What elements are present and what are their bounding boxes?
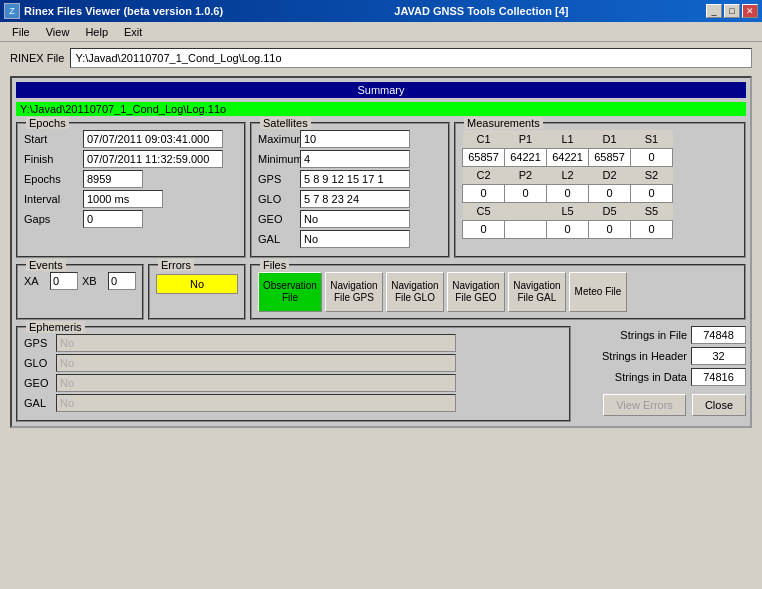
meas-v1-c1: 65857 (463, 148, 505, 166)
rinex-file-row: RINEX File (10, 48, 752, 68)
meas-values-row-3: 0 0 0 0 (463, 220, 673, 238)
meas-v1-d1: 65857 (589, 148, 631, 166)
errors-group: Errors No (148, 264, 246, 320)
sat-geo-label: GEO (258, 213, 296, 225)
errors-value: No (156, 274, 238, 294)
meas-h1-l1: L1 (547, 130, 589, 148)
events-xa-label: XA (24, 275, 46, 287)
meas-v3-s5: 0 (631, 220, 673, 238)
epoch-gaps-value: 0 (83, 210, 143, 228)
epoch-gaps-label: Gaps (24, 213, 79, 225)
summary-path: Y:\Javad\20110707_1_Cond_Log\Log.11o (16, 102, 746, 116)
epochs-group-label: Epochs (26, 117, 69, 129)
epoch-count-label: Epochs (24, 173, 79, 185)
strings-in-data-row: Strings in Data 74816 (577, 368, 746, 386)
sat-glo-row: GLO 5 7 8 23 24 (258, 190, 442, 208)
meas-h3-l5: L5 (547, 202, 589, 220)
meas-h3-empty (505, 202, 547, 220)
meas-header-row-2: C2 P2 L2 D2 S2 (463, 166, 673, 184)
measurements-table: C1 P1 L1 D1 S1 65857 64221 64221 65857 0 (462, 130, 673, 239)
summary-container: Summary Y:\Javad\20110707_1_Cond_Log\Log… (10, 76, 752, 428)
menu-file[interactable]: File (4, 24, 38, 40)
rinex-file-input[interactable] (70, 48, 752, 68)
epoch-start-label: Start (24, 133, 79, 145)
menu-view[interactable]: View (38, 24, 78, 40)
epochs-group: Epochs Start 07/07/2011 09:03:41.000 Fin… (16, 122, 246, 258)
meas-v1-s1: 0 (631, 148, 673, 166)
epoch-interval-value: 1000 ms (83, 190, 163, 208)
events-xb-value: 0 (108, 272, 136, 290)
menu-exit[interactable]: Exit (116, 24, 150, 40)
meas-header-row-3: C5 L5 D5 S5 (463, 202, 673, 220)
meas-v3-d5: 0 (589, 220, 631, 238)
meas-v2-d2: 0 (589, 184, 631, 202)
view-errors-button[interactable]: View Errors (603, 394, 686, 416)
ephem-gps-value: No (56, 334, 456, 352)
sat-min-row: Minimum 4 (258, 150, 442, 168)
meas-h1-d1: D1 (589, 130, 631, 148)
epoch-start-row: Start 07/07/2011 09:03:41.000 (24, 130, 238, 148)
ephem-gal-value: No (56, 394, 456, 412)
meas-v2-s2: 0 (631, 184, 673, 202)
epoch-interval-label: Interval (24, 193, 79, 205)
sat-gal-label: GAL (258, 233, 296, 245)
sat-gps-value: 5 8 9 12 15 17 1 (300, 170, 410, 188)
meas-h2-p2: P2 (505, 166, 547, 184)
files-group: Files Observation File Navigation File G… (250, 264, 746, 320)
sat-gal-row: GAL No (258, 230, 442, 248)
file-btn-nav-geo[interactable]: Navigation File GEO (447, 272, 505, 312)
meas-v1-l1: 64221 (547, 148, 589, 166)
app-title: Rinex Files Viewer (beta version 1.0.6) … (24, 5, 568, 17)
meas-v2-c2: 0 (463, 184, 505, 202)
ephem-gal-label: GAL (24, 397, 52, 409)
sat-gps-row: GPS 5 8 9 12 15 17 1 (258, 170, 442, 188)
close-button[interactable]: Close (692, 394, 746, 416)
file-btn-observation[interactable]: Observation File (258, 272, 322, 312)
meas-h1-p1: P1 (505, 130, 547, 148)
meas-h3-d5: D5 (589, 202, 631, 220)
strings-in-file-row: Strings in File 74848 (577, 326, 746, 344)
epoch-interval-row: Interval 1000 ms (24, 190, 238, 208)
bottom-buttons: View Errors Close (577, 394, 746, 416)
summary-grid: Epochs Start 07/07/2011 09:03:41.000 Fin… (16, 122, 746, 258)
app-icon: Z (4, 3, 20, 19)
epoch-count-value: 8959 (83, 170, 143, 188)
meas-values-row-1: 65857 64221 64221 65857 0 (463, 148, 673, 166)
ephemeris-group: Ephemeris GPS No GLO No GEO No GAL No (16, 326, 571, 422)
sat-min-label: Minimum (258, 153, 296, 165)
epoch-gaps-row: Gaps 0 (24, 210, 238, 228)
file-btn-nav-gal[interactable]: Navigation File GAL (508, 272, 566, 312)
epoch-finish-row: Finish 07/07/2011 11:32:59.000 (24, 150, 238, 168)
meas-v3-empty (505, 220, 547, 238)
ephem-glo-value: No (56, 354, 456, 372)
strings-in-file-label: Strings in File (577, 329, 687, 341)
title-bar-left: Z Rinex Files Viewer (beta version 1.0.6… (4, 3, 568, 19)
meas-v3-c5: 0 (463, 220, 505, 238)
events-row: XA 0 XB 0 (24, 272, 136, 290)
main-content: RINEX File Summary Y:\Javad\20110707_1_C… (0, 42, 762, 434)
file-btn-meteo[interactable]: Meteo File (569, 272, 627, 312)
ephem-geo-label: GEO (24, 377, 52, 389)
sat-gps-label: GPS (258, 173, 296, 185)
menu-help[interactable]: Help (77, 24, 116, 40)
epoch-count-row: Epochs 8959 (24, 170, 238, 188)
strings-panel: Strings in File 74848 Strings in Header … (577, 326, 746, 386)
file-btn-nav-gps[interactable]: Navigation File GPS (325, 272, 383, 312)
strings-in-data-label: Strings in Data (577, 371, 687, 383)
file-btn-nav-glo[interactable]: Navigation File GLO (386, 272, 444, 312)
strings-in-header-label: Strings in Header (577, 350, 687, 362)
sat-geo-value: No (300, 210, 410, 228)
close-window-button[interactable]: ✕ (742, 4, 758, 18)
sat-max-label: Maximum (258, 133, 296, 145)
meas-v1-p1: 64221 (505, 148, 547, 166)
rinex-file-label: RINEX File (10, 52, 64, 64)
minimize-button[interactable]: _ (706, 4, 722, 18)
sat-max-row: Maximum 10 (258, 130, 442, 148)
ephem-gal-row: GAL No (24, 394, 563, 412)
ephem-geo-row: GEO No (24, 374, 563, 392)
window-controls: _ □ ✕ (706, 4, 758, 18)
events-errors-container: Events XA 0 XB 0 Errors No (16, 264, 246, 320)
measurements-group: Measurements C1 P1 L1 D1 S1 65857 64221 … (454, 122, 746, 258)
sat-glo-value: 5 7 8 23 24 (300, 190, 410, 208)
maximize-button[interactable]: □ (724, 4, 740, 18)
